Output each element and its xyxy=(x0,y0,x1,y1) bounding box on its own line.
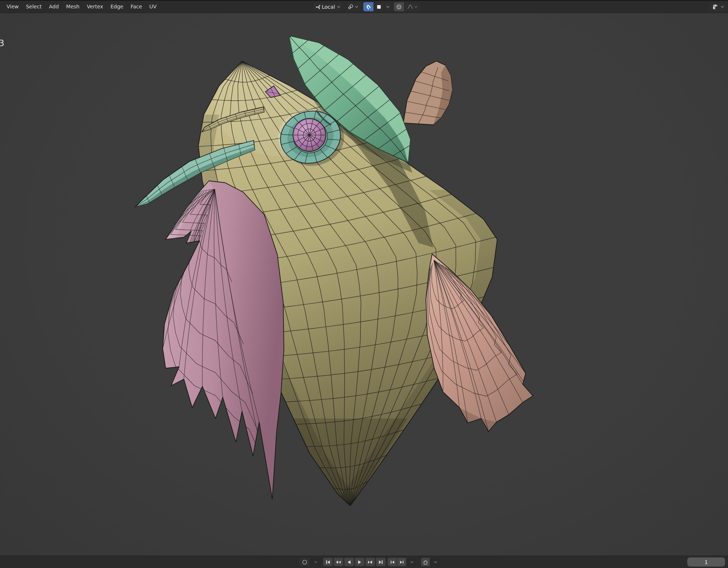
menu-view[interactable]: View xyxy=(3,1,22,12)
snap-toggle-button[interactable] xyxy=(363,2,373,11)
frame-step-options-dropdown[interactable] xyxy=(406,558,417,566)
timeline-snap-toggle[interactable] xyxy=(421,558,430,566)
chevron-down-icon xyxy=(410,561,414,563)
snap-target-button[interactable] xyxy=(373,2,384,11)
pivot-point-dropdown[interactable] xyxy=(345,2,360,11)
chevron-down-icon xyxy=(434,561,437,563)
play-reverse-icon xyxy=(347,560,352,564)
falloff-curve-icon xyxy=(407,4,413,9)
dorsal-fin[interactable] xyxy=(403,61,452,125)
menu-add[interactable]: Add xyxy=(45,1,62,12)
snap-arch-icon xyxy=(423,559,428,565)
chevron-down-icon xyxy=(337,6,340,8)
timeline-snap-group xyxy=(421,558,441,566)
proportional-falloff-dropdown[interactable] xyxy=(404,2,420,11)
pivot-point-icon xyxy=(348,4,353,10)
jump-to-end-button[interactable] xyxy=(376,558,385,566)
play-icon xyxy=(357,560,362,564)
chevron-down-icon xyxy=(414,6,418,8)
transform-orientation-dropdown[interactable]: Local xyxy=(313,2,343,11)
menu-uv[interactable]: UV xyxy=(146,1,160,12)
current-frame-field[interactable]: 1 xyxy=(687,557,725,567)
viewport-overlay-text: 3 xyxy=(0,38,4,48)
chevron-down-icon xyxy=(386,6,389,8)
jump-to-start-button[interactable] xyxy=(323,558,333,566)
previous-frame-icon xyxy=(390,560,395,564)
next-frame-button[interactable] xyxy=(397,558,406,566)
proportional-editing-group xyxy=(394,2,420,11)
previous-keyframe-button[interactable] xyxy=(334,558,343,566)
snap-options-dropdown[interactable] xyxy=(384,2,391,11)
next-keyframe-icon xyxy=(368,560,373,564)
editor-header: View Select Add Mesh Vertex Edge Face UV xyxy=(0,0,728,13)
transform-orientation-value: Local xyxy=(321,4,337,10)
blender-window: 3 View Select Add Mesh Vertex Edge Face … xyxy=(0,0,728,568)
jump-to-start-icon xyxy=(325,560,331,564)
chevron-down-icon xyxy=(721,6,724,8)
menu-select[interactable]: Select xyxy=(22,1,45,12)
menu-mesh[interactable]: Mesh xyxy=(63,1,83,12)
play-button[interactable] xyxy=(355,558,364,566)
next-keyframe-button[interactable] xyxy=(365,558,375,566)
menu-face[interactable]: Face xyxy=(127,1,146,12)
timeline-bar: 1 xyxy=(0,556,728,568)
timeline-snap-options-dropdown[interactable] xyxy=(430,558,441,566)
proportional-circle-icon xyxy=(396,4,402,10)
header-center-controls: Local xyxy=(313,2,420,11)
object-visibility-dropdown[interactable] xyxy=(709,2,727,11)
chevron-down-icon xyxy=(314,561,317,563)
previous-frame-button[interactable] xyxy=(388,558,397,566)
pelvic-fin[interactable] xyxy=(163,181,288,499)
play-reverse-button[interactable] xyxy=(344,558,354,566)
previous-keyframe-icon xyxy=(336,560,341,564)
cursor-eye-icon xyxy=(712,4,719,10)
increment-square-icon xyxy=(377,5,381,9)
jump-to-end-icon xyxy=(378,560,383,564)
next-frame-icon xyxy=(399,560,404,564)
orientation-gizmo-icon xyxy=(315,4,321,10)
record-circle-icon xyxy=(302,559,308,565)
chevron-down-icon xyxy=(355,6,358,8)
snap-group xyxy=(363,2,391,11)
viewport-canvas[interactable] xyxy=(0,0,728,568)
auto-key-toggle[interactable] xyxy=(299,558,310,566)
menu-edge[interactable]: Edge xyxy=(107,1,127,12)
playback-controls xyxy=(323,558,385,566)
menu-vertex[interactable]: Vertex xyxy=(83,1,107,12)
frame-step-group xyxy=(388,558,417,566)
auto-key-group xyxy=(299,558,321,566)
proportional-editing-toggle[interactable] xyxy=(394,2,404,11)
header-menus: View Select Add Mesh Vertex Edge Face UV xyxy=(0,1,160,12)
auto-key-options-dropdown[interactable] xyxy=(310,558,321,566)
magnet-icon xyxy=(365,4,371,10)
